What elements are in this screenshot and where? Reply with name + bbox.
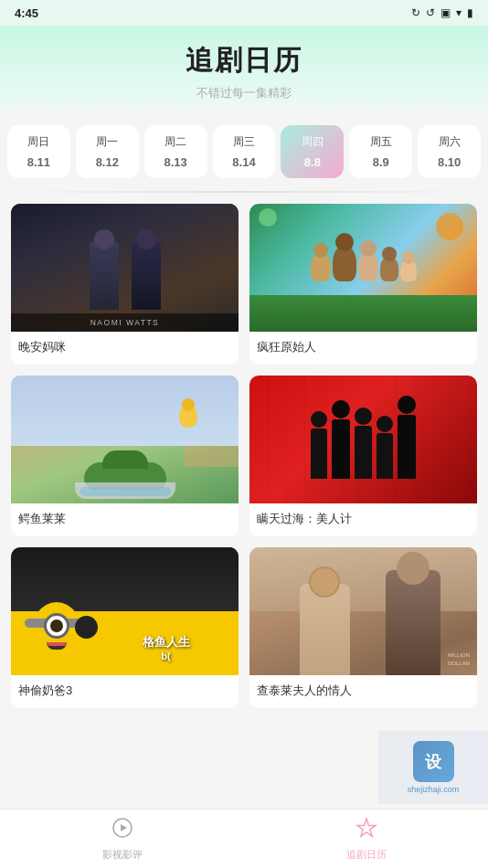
sync-icon: ↺ bbox=[426, 6, 435, 19]
header: 追剧日历 不错过每一集精彩 bbox=[0, 26, 488, 116]
day-saturday[interactable]: 周六 8.10 bbox=[418, 125, 481, 178]
status-bar: 4:45 ↻ ↺ ▣ ▾ ▮ bbox=[0, 0, 488, 26]
movie-thumb-3 bbox=[11, 376, 239, 503]
day-selector: 周日 8.11 周一 8.12 周二 8.13 周三 8.14 周四 8.8 周… bbox=[0, 116, 488, 187]
day-monday[interactable]: 周一 8.12 bbox=[76, 125, 139, 178]
movie-card-2[interactable]: 疯狂原始人 bbox=[249, 204, 477, 365]
day-sunday-name: 周日 bbox=[27, 134, 49, 150]
movie-title-2: 疯狂原始人 bbox=[249, 332, 477, 365]
movie-title-3: 鳄鱼莱莱 bbox=[11, 503, 239, 536]
watermark: 设 shejizhaji.com bbox=[378, 731, 488, 804]
status-time: 4:45 bbox=[15, 6, 38, 20]
movie-title-4: 瞒天过海：美人计 bbox=[249, 503, 477, 536]
nav-label-drama-calendar: 追剧日历 bbox=[346, 848, 387, 862]
day-wednesday[interactable]: 周三 8.14 bbox=[213, 125, 276, 178]
day-friday[interactable]: 周五 8.9 bbox=[349, 125, 412, 178]
day-thursday[interactable]: 周四 8.8 bbox=[281, 125, 344, 178]
movie-review-icon bbox=[111, 817, 133, 844]
day-monday-name: 周一 bbox=[96, 134, 118, 150]
movie-card-5[interactable]: 格鱼人生 b( 神偷奶爸3 bbox=[11, 547, 239, 708]
day-tuesday-name: 周二 bbox=[164, 134, 186, 150]
day-friday-date: 8.9 bbox=[373, 155, 389, 169]
movie-card-1[interactable]: NAOMI WATTS 晚安妈咪 bbox=[11, 204, 239, 365]
page-title: 追剧日历 bbox=[0, 42, 488, 79]
day-sunday-date: 8.11 bbox=[27, 155, 50, 169]
battery-icon: ▮ bbox=[467, 6, 473, 19]
movie-grid: NAOMI WATTS 晚安妈咪 bbox=[0, 200, 488, 708]
day-saturday-name: 周六 bbox=[439, 134, 461, 150]
movie-thumb-2 bbox=[249, 204, 477, 332]
svg-marker-1 bbox=[121, 824, 127, 831]
nav-label-movie-review: 影视影评 bbox=[102, 848, 143, 862]
day-wednesday-name: 周三 bbox=[233, 134, 255, 150]
status-icons: ↻ ↺ ▣ ▾ ▮ bbox=[411, 6, 473, 19]
header-subtitle: 不错过每一集精彩 bbox=[0, 85, 488, 101]
watermark-text: shejizhaji.com bbox=[408, 785, 460, 794]
movie-card-6[interactable]: MILLION DOLLAR 查泰莱夫人的情人 bbox=[249, 547, 477, 708]
day-saturday-date: 8.10 bbox=[438, 155, 461, 169]
day-thursday-name: 周四 bbox=[302, 134, 324, 150]
wifi-icon: ▾ bbox=[456, 6, 461, 19]
app-icon: ▣ bbox=[440, 6, 451, 19]
movie-thumb-6: MILLION DOLLAR bbox=[249, 547, 477, 675]
movie-title-1: 晚安妈咪 bbox=[11, 332, 239, 365]
watermark-logo: 设 bbox=[413, 741, 454, 782]
day-tuesday-date: 8.13 bbox=[164, 155, 186, 169]
day-monday-date: 8.12 bbox=[96, 155, 119, 169]
day-tuesday[interactable]: 周二 8.13 bbox=[144, 125, 207, 178]
movie-card-3[interactable]: 鳄鱼莱莱 bbox=[11, 376, 239, 536]
day-thursday-date: 8.8 bbox=[304, 155, 321, 169]
bottom-nav: 影视影评 追剧日历 bbox=[0, 809, 488, 868]
movie-actor-label: NAOMI WATTS bbox=[11, 313, 239, 332]
movie-thumb-1: NAOMI WATTS bbox=[11, 204, 239, 332]
day-sunday[interactable]: 周日 8.11 bbox=[7, 125, 70, 178]
section-divider bbox=[0, 191, 488, 193]
movie-thumb-4 bbox=[249, 376, 477, 503]
day-friday-name: 周五 bbox=[370, 134, 392, 150]
movie-card-4[interactable]: 瞒天过海：美人计 bbox=[249, 376, 477, 536]
drama-calendar-icon bbox=[355, 817, 377, 844]
nav-item-movie-review[interactable]: 影视影评 bbox=[0, 817, 244, 862]
refresh-icon: ↻ bbox=[411, 6, 420, 19]
nav-item-drama-calendar[interactable]: 追剧日历 bbox=[244, 817, 488, 862]
movie-thumb-5: 格鱼人生 b( bbox=[11, 547, 239, 675]
day-wednesday-date: 8.14 bbox=[232, 155, 255, 169]
movie-title-6: 查泰莱夫人的情人 bbox=[249, 675, 477, 708]
movie-title-5: 神偷奶爸3 bbox=[11, 675, 239, 708]
